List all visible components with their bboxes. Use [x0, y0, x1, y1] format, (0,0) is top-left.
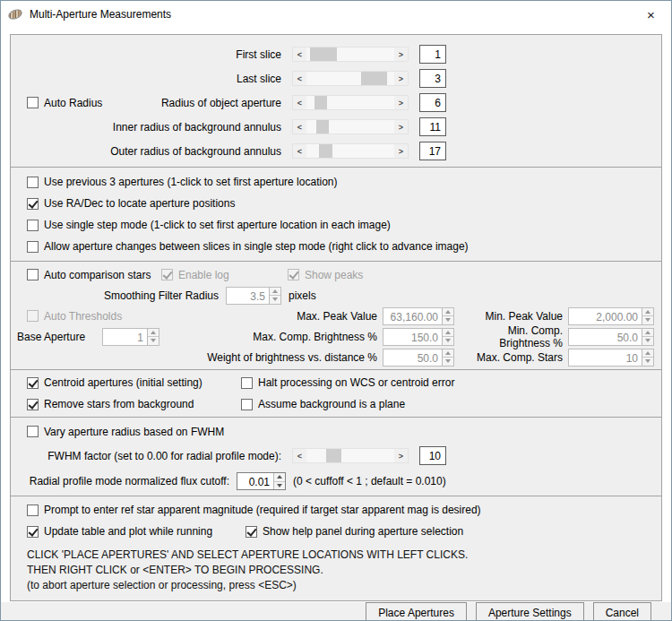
aperture-settings-button[interactable]: Aperture Settings	[476, 602, 584, 621]
slider-left-arrow-icon[interactable]: <	[293, 449, 306, 462]
slider-thumb[interactable]	[316, 120, 330, 134]
spinner-up-icon[interactable]	[642, 349, 653, 358]
slider-right-arrow-icon[interactable]: >	[394, 96, 408, 109]
auto-comparison-checkbox[interactable]: Auto comparison stars	[27, 269, 161, 281]
checkbox-box[interactable]	[27, 198, 39, 210]
slider-right-arrow-icon[interactable]: >	[394, 144, 408, 158]
allow-aperture-changes-checkbox[interactable]: Allow aperture changes between slices in…	[27, 240, 469, 253]
spinner-down-icon[interactable]	[274, 482, 285, 490]
spinner-down-icon[interactable]	[642, 316, 653, 324]
fwhm-factor-slider[interactable]: < >	[292, 448, 409, 463]
spinner-down-icon[interactable]	[443, 316, 453, 324]
cancel-button[interactable]: Cancel	[593, 602, 651, 621]
checkbox-box[interactable]	[27, 241, 39, 253]
spinner-up-icon[interactable]	[274, 473, 285, 482]
auto-radius-checkbox[interactable]: Auto Radius	[27, 97, 102, 109]
smoothing-radius-spinner[interactable]: 3.5	[226, 287, 281, 305]
slider-right-arrow-icon[interactable]: >	[394, 120, 408, 134]
inner-annulus-value[interactable]: 11	[419, 117, 446, 136]
show-help-panel-checkbox[interactable]: Show help panel during aperture selectio…	[246, 525, 463, 538]
prompt-ref-star-checkbox[interactable]: Prompt to enter ref star apparent magnit…	[27, 504, 481, 516]
min-comp-brightness-label: Min. Comp. Brightness %	[454, 324, 568, 349]
button-bar: Place Apertures Aperture Settings Cancel	[1, 601, 671, 621]
object-radius-value[interactable]: 6	[419, 93, 446, 112]
spinner-up-icon[interactable]	[148, 329, 159, 338]
checkbox-box[interactable]	[241, 399, 253, 410]
last-slice-slider[interactable]: < >	[292, 71, 409, 86]
update-table-checkbox[interactable]: Update table and plot while running	[27, 525, 246, 538]
assume-plane-checkbox[interactable]: Assume background is a plane	[241, 398, 405, 410]
outer-annulus-slider[interactable]: < >	[292, 143, 409, 159]
spinner-up-icon[interactable]	[270, 288, 280, 297]
slider-thumb[interactable]	[314, 96, 327, 109]
outer-annulus-value[interactable]: 17	[419, 142, 446, 160]
slider-thumb[interactable]	[310, 47, 337, 61]
spinner-up-icon[interactable]	[443, 329, 453, 338]
place-apertures-button[interactable]: Place Apertures	[366, 602, 467, 621]
spinner-up-icon[interactable]	[642, 329, 653, 338]
min-comp-brightness-spinner[interactable]: 50.0	[568, 328, 654, 346]
checkbox-box[interactable]	[27, 177, 39, 188]
max-peak-spinner[interactable]: 63,160.00	[383, 307, 454, 325]
spinner-down-icon[interactable]	[642, 358, 653, 366]
dialog-content: First slice < > 1 Last slice < > 3	[1, 28, 671, 601]
base-aperture-label: Base Aperture	[17, 331, 102, 343]
slider-thumb[interactable]	[326, 449, 342, 462]
slider-thumb[interactable]	[319, 144, 333, 158]
slider-left-arrow-icon[interactable]: <	[293, 72, 306, 85]
slider-right-arrow-icon[interactable]: >	[394, 72, 408, 85]
max-comp-brightness-spinner[interactable]: 150.0	[383, 328, 454, 346]
inner-annulus-slider[interactable]: < >	[292, 119, 409, 134]
use-previous-apertures-checkbox[interactable]: Use previous 3 apertures (1-click to set…	[27, 176, 337, 188]
slider-right-arrow-icon[interactable]: >	[394, 449, 408, 462]
checkbox-box[interactable]	[27, 526, 39, 538]
weight-brightness-spinner[interactable]: 50.0	[383, 349, 454, 367]
remove-stars-checkbox[interactable]: Remove stars from background	[27, 398, 241, 410]
centroid-apertures-checkbox[interactable]: Centroid apertures (initial setting)	[27, 376, 241, 389]
spinner-down-icon[interactable]	[443, 337, 453, 345]
single-step-mode-checkbox[interactable]: Use single step mode (1-click to set fir…	[27, 219, 391, 231]
panel-centroid: Centroid apertures (initial setting) Hal…	[10, 369, 662, 418]
first-slice-value[interactable]: 1	[419, 45, 446, 64]
slider-left-arrow-icon[interactable]: <	[293, 120, 306, 134]
fwhm-factor-value[interactable]: 10	[419, 446, 446, 465]
max-comp-stars-spinner[interactable]: 10	[568, 349, 654, 367]
vary-aperture-fwhm-checkbox[interactable]: Vary aperture radius based on FWHM	[27, 426, 224, 438]
checkbox-box[interactable]	[27, 220, 39, 231]
checkbox-box[interactable]	[27, 97, 39, 108]
checkbox-box[interactable]	[27, 426, 39, 437]
checkbox-box[interactable]	[27, 377, 39, 389]
flux-cutoff-spinner[interactable]: 0.01	[237, 472, 286, 490]
checkbox-box[interactable]	[241, 377, 253, 389]
halt-processing-checkbox[interactable]: Halt processing on WCS or centroid error	[241, 376, 454, 389]
checkbox-box[interactable]	[246, 526, 257, 538]
checkbox-box[interactable]	[27, 505, 39, 516]
spinner-down-icon[interactable]	[443, 358, 453, 366]
slider-left-arrow-icon[interactable]: <	[293, 47, 306, 61]
spinner-up-icon[interactable]	[642, 308, 653, 317]
auto-thresholds-checkbox: Auto Thresholds	[27, 310, 122, 323]
slider-thumb[interactable]	[361, 72, 387, 85]
spinner-up-icon[interactable]	[443, 308, 453, 317]
object-radius-slider[interactable]: < >	[292, 95, 409, 110]
checkbox-box[interactable]	[27, 399, 39, 410]
slider-right-arrow-icon[interactable]: >	[394, 47, 408, 61]
update-table-label: Update table and plot while running	[44, 525, 212, 538]
min-peak-spinner[interactable]: 2,000.00	[568, 307, 654, 325]
max-comp-stars-label: Max. Comp. Stars	[454, 351, 568, 364]
spinner-down-icon[interactable]	[270, 296, 280, 304]
slider-left-arrow-icon[interactable]: <	[293, 96, 306, 109]
first-slice-slider[interactable]: < >	[292, 47, 409, 62]
close-icon[interactable]: ×	[631, 1, 671, 28]
slider-left-arrow-icon[interactable]: <	[293, 144, 306, 158]
centroid-apertures-label: Centroid apertures (initial setting)	[44, 376, 202, 389]
pixels-unit-label: pixels	[289, 289, 316, 302]
checkbox-box[interactable]	[27, 269, 39, 280]
spinner-up-icon[interactable]	[443, 349, 453, 358]
spinner-down-icon[interactable]	[642, 337, 653, 345]
base-aperture-spinner[interactable]: 1	[102, 328, 159, 346]
spinner-down-icon[interactable]	[148, 337, 159, 345]
use-radec-checkbox[interactable]: Use RA/Dec to locate aperture positions	[27, 197, 235, 210]
last-slice-value[interactable]: 3	[419, 69, 446, 88]
row-object-radius: Auto Radius Radius of object aperture < …	[11, 91, 661, 115]
